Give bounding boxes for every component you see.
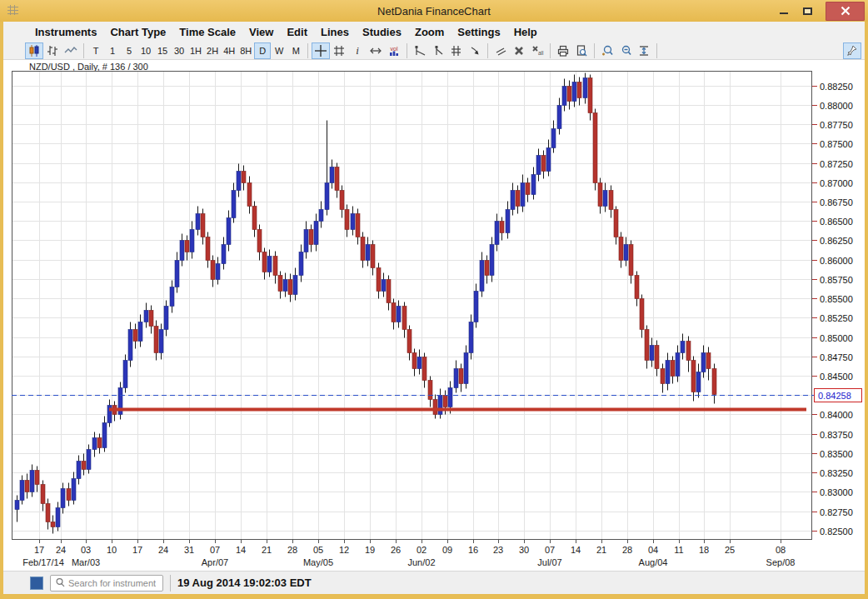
candle xyxy=(366,237,370,267)
delete-all-lines-button[interactable]: all xyxy=(528,42,546,59)
interval-30-button[interactable]: 30 xyxy=(171,42,187,59)
interval-10-button[interactable]: 10 xyxy=(137,42,154,59)
interval-weekly-button[interactable]: W xyxy=(271,42,287,59)
status-divider xyxy=(170,575,171,592)
candlestick-chart-button[interactable] xyxy=(25,42,43,59)
menu-time-scale[interactable]: Time Scale xyxy=(172,24,242,40)
window-title: NetDania FinanceChart xyxy=(0,5,868,17)
date-tick-label: 25 xyxy=(725,545,735,555)
candle xyxy=(469,315,473,360)
crosshair-button[interactable] xyxy=(312,42,330,59)
instrument-search[interactable] xyxy=(50,575,163,592)
date-tick-label: 03 xyxy=(81,545,91,555)
minimize-button[interactable] xyxy=(772,2,796,19)
vertical-line-tool-button[interactable] xyxy=(429,42,447,59)
volume-button[interactable]: vol xyxy=(385,42,403,59)
interval-2h-button[interactable]: 2H xyxy=(204,42,221,59)
delete-line-button[interactable] xyxy=(510,42,528,59)
chart-panel: NZD/USD , Daily, # 136 / 300 0.882500.88… xyxy=(3,60,865,571)
menu-edit[interactable]: Edit xyxy=(280,24,314,40)
candlestick-chart[interactable]: 0.882500.880000.877500.875000.872500.870… xyxy=(12,71,865,571)
trend-line-tool-button[interactable] xyxy=(411,42,429,59)
candle xyxy=(87,445,91,474)
date-tick-label: 14 xyxy=(236,545,246,555)
candle xyxy=(577,77,581,106)
toolbar-separator xyxy=(656,43,657,58)
bar-chart-button[interactable] xyxy=(43,42,62,59)
line-chart-button[interactable] xyxy=(62,42,80,59)
menu-studies[interactable]: Studies xyxy=(356,24,408,40)
zoom-out-button[interactable] xyxy=(616,42,635,59)
candle xyxy=(583,73,587,104)
candle xyxy=(706,347,711,381)
interval-4h-button[interactable]: 4H xyxy=(221,42,237,59)
interval-8h-button[interactable]: 8H xyxy=(237,42,254,59)
grid-icon xyxy=(332,44,346,57)
date-tick-label: 12 xyxy=(339,545,349,555)
menu-settings[interactable]: Settings xyxy=(451,24,506,40)
interval-5-button[interactable]: 5 xyxy=(121,42,137,59)
info-button[interactable]: i xyxy=(348,42,367,59)
volume-icon: vol xyxy=(387,44,401,57)
toolbar-separator xyxy=(407,43,407,58)
maximize-button[interactable] xyxy=(796,2,819,19)
zoom-in-button[interactable] xyxy=(598,42,616,59)
menu-chart-type[interactable]: Chart Type xyxy=(103,24,172,40)
candle xyxy=(506,202,510,239)
candle xyxy=(464,346,468,389)
pin-window-button[interactable] xyxy=(843,42,861,59)
candle xyxy=(164,301,168,337)
candle xyxy=(712,364,716,404)
candle xyxy=(387,276,391,311)
candle xyxy=(351,207,355,236)
candle xyxy=(640,295,644,338)
svg-text:i: i xyxy=(356,44,359,57)
candle xyxy=(206,232,210,268)
search-input[interactable] xyxy=(68,578,156,588)
pan-horizontal-button[interactable] xyxy=(367,42,385,59)
status-bar: 19 Aug 2014 19:02:03 EDT xyxy=(3,571,865,594)
candle xyxy=(102,417,107,452)
menu-lines[interactable]: Lines xyxy=(314,24,356,40)
candle xyxy=(133,324,137,349)
price-tick-label: 0.83500 xyxy=(820,449,853,459)
price-tick-label: 0.87500 xyxy=(820,139,853,149)
interval-1-button[interactable]: 1 xyxy=(104,42,121,59)
line-icon xyxy=(64,44,77,57)
interval-monthly-button[interactable]: M xyxy=(287,42,304,59)
date-tick-label: 21 xyxy=(596,545,606,555)
candle xyxy=(480,252,484,297)
candle xyxy=(25,474,29,499)
print-preview-button[interactable] xyxy=(572,42,591,59)
titlebar[interactable]: NetDania FinanceChart xyxy=(0,0,868,22)
menu-instruments[interactable]: Instruments xyxy=(28,24,103,40)
price-tick-label: 0.85750 xyxy=(820,275,853,285)
interval-1h-button[interactable]: 1H xyxy=(187,42,204,59)
candle xyxy=(686,337,691,372)
connection-status-icon[interactable] xyxy=(30,577,43,590)
parallel-channel-tool-button[interactable] xyxy=(447,42,466,59)
menu-help[interactable]: Help xyxy=(507,24,544,40)
fit-vertical-button[interactable] xyxy=(635,42,653,59)
info-icon: i xyxy=(351,44,364,57)
arrow-tool-button[interactable] xyxy=(466,42,484,59)
channel-icon xyxy=(450,44,463,57)
grid-button[interactable] xyxy=(330,42,348,59)
parallel-lines-button[interactable] xyxy=(491,42,510,59)
interval-tick-button[interactable]: T xyxy=(87,42,104,59)
menu-view[interactable]: View xyxy=(242,24,280,40)
interval-daily-button[interactable]: D xyxy=(254,42,271,59)
print-button[interactable] xyxy=(554,42,572,59)
date-tick-label: 08 xyxy=(776,545,786,555)
candle xyxy=(557,98,561,135)
candle xyxy=(407,326,412,361)
interval-15-button[interactable]: 15 xyxy=(154,42,171,59)
close-button[interactable] xyxy=(826,2,865,21)
candle xyxy=(293,268,297,301)
date-tick-label: 17 xyxy=(132,545,142,555)
menu-zoom[interactable]: Zoom xyxy=(408,24,451,40)
svg-text:all: all xyxy=(538,50,544,56)
candle xyxy=(417,350,422,375)
toolbar: T151015301H2H4H8HDWMivolall xyxy=(3,42,865,60)
candle xyxy=(123,355,127,393)
